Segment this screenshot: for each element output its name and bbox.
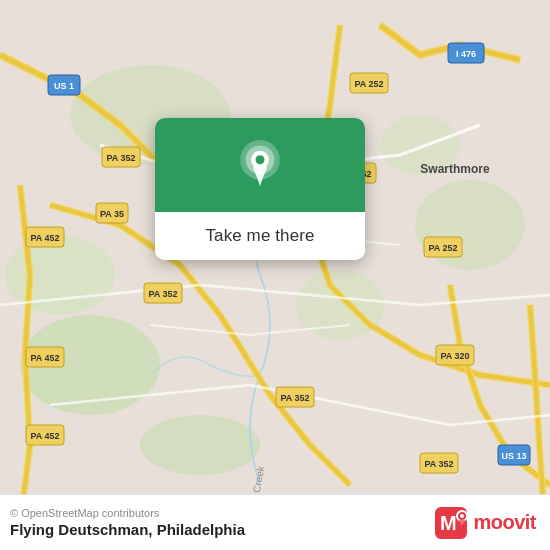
svg-text:PA 452: PA 452 <box>30 431 59 441</box>
svg-text:US 13: US 13 <box>501 451 526 461</box>
svg-text:PA 252: PA 252 <box>354 79 383 89</box>
svg-text:PA 352: PA 352 <box>424 459 453 469</box>
location-name: Flying Deutschman, Philadelphia <box>10 521 245 538</box>
svg-point-48 <box>460 514 464 518</box>
svg-text:PA 452: PA 452 <box>30 353 59 363</box>
moovit-logo: M moovit <box>435 507 536 539</box>
moovit-brand-name: moovit <box>473 511 536 534</box>
map-attribution: © OpenStreetMap contributors <box>10 507 245 519</box>
svg-text:PA 252: PA 252 <box>428 243 457 253</box>
popup-green-header <box>155 118 365 212</box>
svg-text:PA 320: PA 320 <box>440 351 469 361</box>
take-me-there-button[interactable]: Take me there <box>155 212 365 260</box>
footer-info: © OpenStreetMap contributors Flying Deut… <box>10 507 245 538</box>
location-pin-icon <box>233 140 287 194</box>
svg-text:Swarthmore: Swarthmore <box>420 162 490 176</box>
svg-text:PA 352: PA 352 <box>106 153 135 163</box>
svg-text:PA 452: PA 452 <box>30 233 59 243</box>
svg-text:M: M <box>440 512 457 534</box>
svg-text:PA 35: PA 35 <box>100 209 124 219</box>
map-background: US 1 I 476 PA 252 PA 352 PA 452 PA 252 P… <box>0 0 550 550</box>
moovit-icon: M <box>435 507 467 539</box>
map-container: US 1 I 476 PA 252 PA 352 PA 452 PA 252 P… <box>0 0 550 550</box>
svg-point-44 <box>256 155 265 164</box>
svg-text:PA 352: PA 352 <box>148 289 177 299</box>
svg-point-3 <box>140 415 260 475</box>
popup-card: Take me there <box>155 118 365 260</box>
footer-bar: © OpenStreetMap contributors Flying Deut… <box>0 494 550 550</box>
svg-text:US 1: US 1 <box>54 81 74 91</box>
svg-text:I 476: I 476 <box>456 49 476 59</box>
svg-text:PA 352: PA 352 <box>280 393 309 403</box>
